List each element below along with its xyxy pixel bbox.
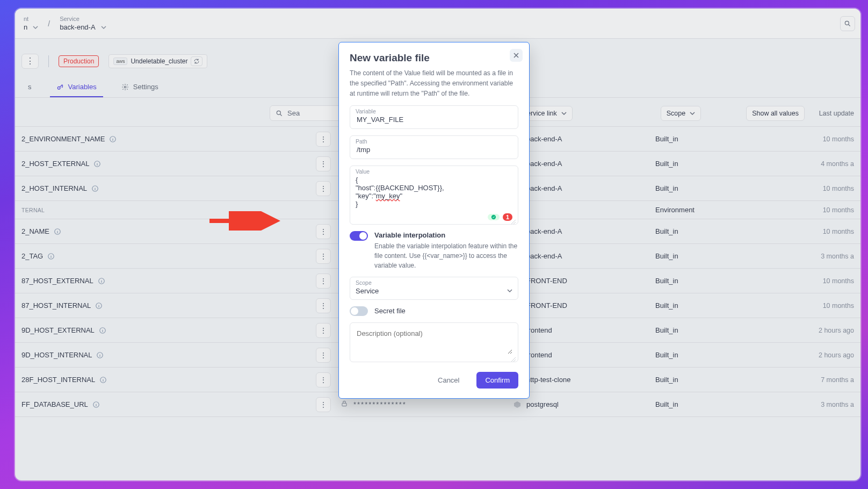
confirm-button[interactable]: Confirm bbox=[476, 372, 518, 389]
secret-file-toggle[interactable] bbox=[350, 306, 368, 316]
value-textarea[interactable]: {"host":{{BACKEND_HOST}},"key":"my_key"} bbox=[356, 169, 512, 214]
value-field-label: Value bbox=[356, 168, 370, 175]
modal-footer: Cancel Confirm bbox=[339, 368, 529, 398]
scope-value: Service bbox=[356, 287, 379, 295]
value-field[interactable]: Value {"host":{{BACKEND_HOST}},"key":"my… bbox=[350, 166, 518, 225]
path-input[interactable] bbox=[356, 139, 512, 154]
secret-file-row: Secret file bbox=[350, 306, 518, 316]
variable-field[interactable]: Variable bbox=[350, 105, 518, 129]
status-ok-badge bbox=[488, 214, 500, 220]
modal-title: New variable file bbox=[350, 52, 518, 64]
resize-handle-icon[interactable] bbox=[510, 217, 516, 222]
variable-input[interactable] bbox=[356, 109, 512, 124]
variable-interpolation-row: Variable interpolation Enable the variab… bbox=[350, 231, 518, 270]
close-button[interactable] bbox=[510, 49, 523, 62]
new-variable-file-modal: New variable file The content of the Val… bbox=[338, 42, 530, 399]
modal-description: The content of the Value field will be m… bbox=[350, 68, 518, 99]
path-field-label: Path bbox=[356, 138, 367, 145]
secret-file-label: Secret file bbox=[374, 307, 406, 315]
value-status: 1 bbox=[488, 213, 512, 221]
chevron-down-icon bbox=[507, 287, 512, 295]
variable-interpolation-toggle[interactable] bbox=[350, 231, 368, 241]
path-field[interactable]: Path bbox=[350, 135, 518, 159]
resize-handle-icon[interactable] bbox=[510, 354, 516, 359]
cancel-button[interactable]: Cancel bbox=[429, 372, 468, 389]
variable-interpolation-label: Variable interpolation bbox=[374, 231, 518, 239]
description-field[interactable] bbox=[350, 322, 518, 362]
scope-field[interactable]: Scope Service bbox=[350, 277, 518, 300]
scope-field-label: Scope bbox=[356, 279, 372, 286]
modal-overlay[interactable]: New variable file The content of the Val… bbox=[0, 0, 868, 489]
variable-field-label: Variable bbox=[356, 108, 376, 114]
svg-point-29 bbox=[491, 215, 496, 219]
check-icon bbox=[491, 214, 496, 220]
description-textarea[interactable] bbox=[356, 326, 512, 354]
variable-interpolation-desc: Enable the variable interpolation featur… bbox=[374, 241, 518, 270]
close-icon bbox=[513, 53, 519, 58]
annotation-arrow bbox=[207, 211, 280, 233]
